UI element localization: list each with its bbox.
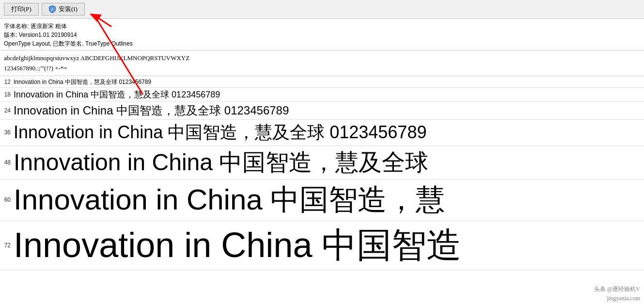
install-label: 安装(I): [59, 5, 78, 14]
sample-row: 48 Innovation in China 中国智造，慧及全球: [0, 146, 644, 179]
sample-text-36: Innovation in China 中国智造，慧及全球 0123456789: [14, 121, 426, 145]
sample-row: 72 Innovation in China 中国智造: [0, 221, 644, 270]
sample-row: 36 Innovation in China 中国智造，慧及全球 0123456…: [0, 120, 644, 146]
watermark: 头条 @逐经验机V jingyania.com: [594, 285, 640, 303]
install-button[interactable]: ✓ 安装(I): [42, 3, 85, 16]
sample-text-24: Innovation in China 中国智造，慧及全球 0123456789: [14, 103, 289, 118]
lowercase-chars: abcdefghijklmnopqrstuvwxyz ABCDEFGHIJKLM…: [4, 53, 640, 64]
sample-size-18: 18: [0, 91, 14, 98]
svg-text:✓: ✓: [51, 8, 54, 12]
watermark-line1: 头条 @逐经验机V: [594, 285, 640, 294]
number-chars: 1234567890.:;'"(!?) +-*=: [4, 64, 640, 74]
sample-size-48: 48: [0, 159, 14, 166]
font-name-line: 字体名称: 逐浪新宋 粗体: [4, 22, 640, 31]
print-button[interactable]: 打印(P): [4, 3, 39, 16]
sample-text-60: Innovation in China 中国智造，慧: [14, 180, 445, 220]
sample-row: 18 Innovation in China 中国智造，慧及全球 0123456…: [0, 88, 644, 102]
sample-text-18: Innovation in China 中国智造，慧及全球 0123456789: [14, 89, 220, 100]
font-info-section: 字体名称: 逐浪新宋 粗体 版本: Version1.01 20190914 O…: [0, 19, 644, 50]
sample-text-72: Innovation in China 中国智造: [14, 222, 461, 269]
sample-text-12: Innovation in China 中国智造，慧及全球 0123456789: [14, 78, 151, 86]
watermark-line2: jingyania.com: [594, 294, 640, 303]
font-version-line: 版本: Version1.01 20190914: [4, 31, 640, 39]
samples-area: 12 Innovation in China 中国智造，慧及全球 0123456…: [0, 76, 644, 271]
sample-row: 24 Innovation in China 中国智造，慧及全球 0123456…: [0, 102, 644, 120]
sample-size-24: 24: [0, 107, 14, 114]
sample-row: 60 Innovation in China 中国智造，慧: [0, 179, 644, 221]
sample-text-48: Innovation in China 中国智造，慧及全球: [14, 147, 428, 178]
char-display-section: abcdefghijklmnopqrstuvwxyz ABCDEFGHIJKLM…: [0, 50, 644, 76]
sample-size-36: 36: [0, 129, 14, 136]
sample-size-12: 12: [0, 79, 14, 85]
sample-row: 12 Innovation in China 中国智造，慧及全球 0123456…: [0, 77, 644, 88]
toolbar: 打印(P) ✓ 安装(I): [0, 0, 644, 19]
sample-size-72: 72: [0, 242, 14, 249]
shield-icon: ✓: [49, 5, 56, 13]
font-type-line: OpenType Layout, 已数字签名, TrueType Outline…: [4, 39, 640, 48]
sample-size-60: 60: [0, 196, 14, 203]
